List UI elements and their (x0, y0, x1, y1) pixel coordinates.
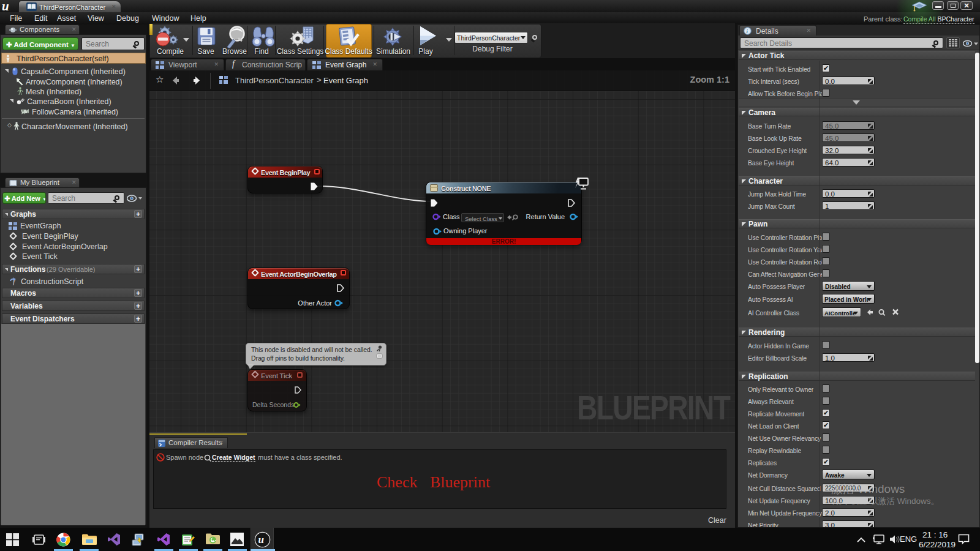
svg-text:f: f (13, 279, 15, 286)
svg-text:u: u (258, 534, 264, 545)
